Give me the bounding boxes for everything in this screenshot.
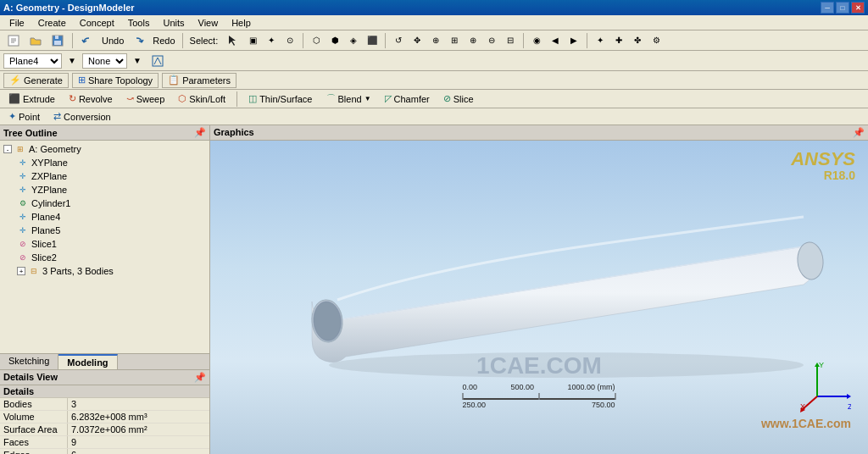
slice-button[interactable]: ⊘ Slice [438, 91, 479, 107]
sweep-icon: ⤻ [126, 93, 134, 104]
share-topology-button[interactable]: ⊞ Share Topology [72, 73, 159, 88]
new-button[interactable] [3, 32, 24, 49]
open-icon [29, 34, 42, 47]
sweep-button[interactable]: ⤻ Sweep [121, 91, 170, 107]
open-button[interactable] [25, 32, 46, 49]
select-brush[interactable]: ✦ [263, 32, 280, 49]
tree-item-slice1[interactable]: ⊘ Slice1 [14, 237, 209, 251]
look-at[interactable]: ◉ [528, 32, 545, 49]
zoom-in[interactable]: ⊕ [465, 32, 481, 49]
undo-button[interactable] [77, 32, 97, 49]
zoom-out[interactable]: ⊖ [483, 32, 500, 49]
scale-0: 0.00 [463, 383, 478, 391]
skin-loft-button[interactable]: ⬡ Skin/Loft [173, 91, 231, 107]
select-single[interactable] [222, 32, 242, 49]
menu-units[interactable]: Units [157, 16, 190, 30]
save-icon [51, 34, 64, 47]
close-button[interactable]: ✕ [851, 2, 865, 14]
none-selector[interactable]: None [82, 53, 127, 69]
select-label: Select: [187, 36, 221, 46]
edge-select[interactable]: ⬢ [326, 32, 343, 49]
extrude-button[interactable]: ⬛ Extrude [3, 91, 60, 107]
details-row-edges: Edges 6 [0, 449, 209, 454]
tab-sketching[interactable]: Sketching [0, 354, 58, 369]
select-box[interactable]: ▣ [244, 32, 261, 49]
select-lasso[interactable]: ⊙ [281, 32, 298, 49]
separator-1 [72, 33, 73, 48]
blend-icon: ⌒ [326, 92, 336, 105]
menu-view[interactable]: View [192, 16, 225, 30]
tree-item-yzplane[interactable]: ✛ YZPlane [14, 183, 209, 197]
plane-toolbar: Plane4 XYPlane ZXPlane YZPlane ▼ None ▼ [0, 51, 868, 71]
tree-item-plane4[interactable]: ✛ Plane4 [14, 210, 209, 224]
plane-selector[interactable]: Plane4 XYPlane ZXPlane YZPlane [3, 53, 62, 69]
tree-item-plane5[interactable]: ✛ Plane5 [14, 224, 209, 237]
collapse-geometry[interactable]: - [3, 145, 12, 153]
new-icon [7, 34, 20, 47]
chamfer-icon: ◸ [385, 93, 392, 104]
plane-btn-1[interactable]: ▼ [64, 53, 81, 69]
extra-1[interactable]: ✦ [592, 32, 609, 49]
tree-label-3parts: 3 Parts, 3 Bodies [42, 266, 114, 276]
pan-btn[interactable]: ✥ [409, 32, 426, 49]
plane-yz-icon: ✛ [17, 184, 29, 196]
tree-item-cylinder1[interactable]: ⚙ Cylinder1 [14, 197, 209, 210]
extra-2[interactable]: ✚ [610, 32, 627, 49]
tree-label-xyplane: XYPlane [31, 158, 68, 168]
point-button[interactable]: ✦ Point [3, 109, 45, 125]
menu-help[interactable]: Help [225, 16, 257, 30]
blend-dropdown[interactable]: ▼ [364, 95, 371, 102]
chamfer-button[interactable]: ◸ Chamfer [380, 91, 435, 107]
menu-tools[interactable]: Tools [122, 16, 156, 30]
collapse-3parts[interactable]: + [17, 267, 25, 275]
tree-item-3parts[interactable]: + ⊟ 3 Parts, 3 Bodies [14, 264, 209, 278]
face-select[interactable]: ⬡ [308, 32, 325, 49]
tree-outline-title: Tree Outline [3, 128, 58, 138]
menu-concept[interactable]: Concept [74, 16, 120, 30]
tree-label-zxplane: ZXPlane [31, 171, 67, 181]
graphics-viewport[interactable]: ANSYS R18.0 [210, 141, 868, 454]
undo-icon [81, 34, 94, 47]
generate-button[interactable]: ⚡ Generate [3, 73, 69, 88]
tree-item-slice2[interactable]: ⊘ Slice2 [14, 251, 209, 264]
parameters-button[interactable]: 📋 Parameters [162, 73, 236, 88]
extra-3[interactable]: ✤ [629, 32, 646, 49]
next-view[interactable]: ▶ [565, 32, 582, 49]
menu-file[interactable]: File [3, 16, 31, 30]
tree-item-xyplane[interactable]: ✛ XYPlane [14, 156, 209, 169]
tree-item-geometry[interactable]: - ⊞ A: Geometry [0, 142, 209, 156]
title-bar: A: Geometry - DesignModeler ─ □ ✕ [0, 0, 868, 15]
scale-line [463, 393, 616, 400]
menu-create[interactable]: Create [32, 16, 72, 30]
maximize-button[interactable]: □ [836, 2, 849, 14]
plane-sketch-btn[interactable] [147, 53, 168, 69]
label-surface: Surface Area [0, 424, 68, 435]
separator-ops [236, 91, 237, 107]
share-topology-label: Share Topology [88, 75, 153, 86]
tree-label-yzplane: YZPlane [31, 185, 67, 195]
redo-label: Redo [150, 36, 177, 46]
body-select[interactable]: ⬛ [364, 32, 381, 49]
conversion-icon: ⇄ [53, 111, 61, 122]
extra-4[interactable]: ⚙ [648, 32, 665, 49]
zoom-fit[interactable]: ⊞ [446, 32, 463, 49]
save-button[interactable] [47, 32, 68, 49]
redo-button[interactable] [128, 32, 148, 49]
blend-button[interactable]: ⌒ Blend ▼ [321, 91, 376, 107]
minimize-button[interactable]: ─ [821, 2, 834, 14]
plane-btn-2[interactable]: ▼ [129, 53, 146, 69]
thin-surface-button[interactable]: ◫ Thin/Surface [243, 91, 317, 107]
tree-outline[interactable]: - ⊞ A: Geometry ✛ XYPlane ✛ ZXPlane ✛ YZ… [0, 141, 209, 353]
prev-view[interactable]: ◀ [547, 32, 564, 49]
conversion-button[interactable]: ⇄ Conversion [48, 109, 116, 125]
details-header: Details View 📌 [0, 370, 209, 385]
box-zoom[interactable]: ⊟ [502, 32, 519, 49]
revolve-button[interactable]: ↻ Revolve [64, 91, 118, 107]
zoom-btn[interactable]: ⊕ [427, 32, 444, 49]
rotate-btn[interactable]: ↺ [390, 32, 407, 49]
ansys-version: R18.0 [791, 169, 855, 182]
scale-500: 500.00 [510, 383, 534, 391]
vertex-select[interactable]: ◈ [345, 32, 362, 49]
tree-item-zxplane[interactable]: ✛ ZXPlane [14, 169, 209, 183]
tab-modeling[interactable]: Modeling [58, 354, 117, 369]
